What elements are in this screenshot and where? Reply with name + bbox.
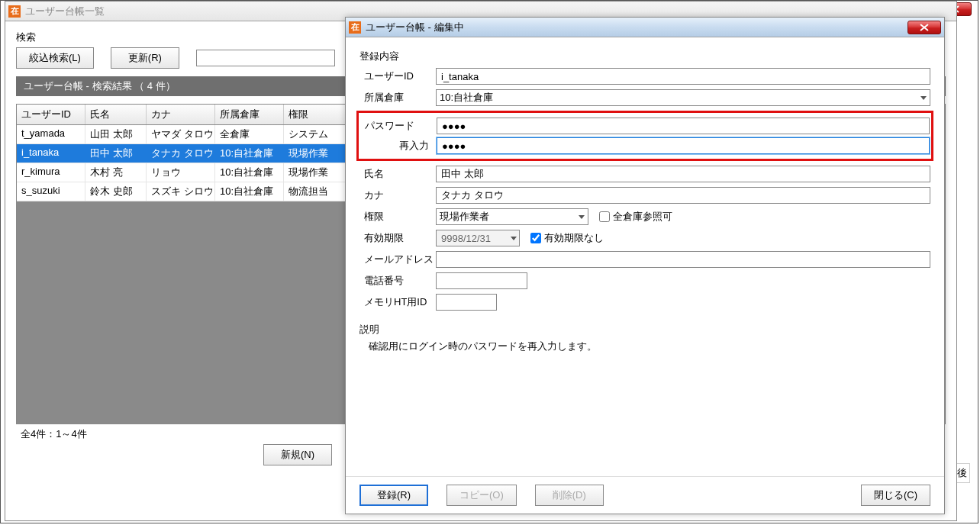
cell: 現場作業 [284, 144, 351, 163]
cell: タナカ タロウ [147, 144, 215, 163]
cell: i_tanaka [17, 144, 85, 163]
cell: 全倉庫 [215, 125, 284, 143]
all-warehouse-checkbox[interactable]: 全倉庫参照可 [599, 210, 672, 224]
all-warehouse-label: 全倉庫参照可 [613, 210, 672, 224]
col-role[interactable]: 権限 [284, 105, 351, 124]
register-button[interactable]: 登録(R) [359, 485, 428, 506]
no-limit-checkbox[interactable]: 有効期限なし [530, 231, 604, 245]
close-button[interactable]: 閉じる(C) [861, 485, 930, 506]
label-user-id: ユーザーID [359, 69, 436, 83]
cell: 木村 亮 [85, 163, 147, 182]
role-value: 現場作業者 [440, 210, 489, 224]
col-user-id[interactable]: ユーザーID [17, 105, 85, 124]
app-icon: 在 [349, 21, 361, 34]
cell: システム [284, 125, 351, 143]
cell: リョウ [147, 163, 215, 182]
email-field[interactable] [436, 251, 930, 268]
label-phone: 電話番号 [359, 274, 436, 288]
section-label: 登録内容 [359, 50, 930, 63]
name-field[interactable] [436, 166, 930, 182]
label-role: 権限 [359, 210, 436, 224]
label-desc: 説明 [359, 323, 930, 337]
warehouse-select[interactable]: 10:自社倉庫 [436, 89, 930, 106]
label-password: パスワード [360, 119, 437, 133]
no-limit-label: 有効期限なし [544, 231, 604, 245]
password-field[interactable] [437, 118, 930, 134]
dialog-title-bar: 在 ユーザー台帳 - 編集中 [346, 18, 944, 37]
kana-field[interactable] [436, 187, 930, 204]
chevron-down-icon[interactable] [511, 237, 517, 240]
dialog-title: ユーザー台帳 - 編集中 [366, 21, 907, 34]
col-kana[interactable]: カナ [147, 105, 215, 124]
desc-text: 確認用にログイン時のパスワードを再入力します。 [359, 337, 930, 353]
label-email: メールアドレス [359, 253, 436, 266]
label-valid: 有効期限 [359, 231, 436, 245]
filter-search-button[interactable]: 絞込検索(L) [16, 47, 94, 69]
ht-id-field[interactable] [436, 294, 497, 311]
chevron-down-icon [920, 96, 927, 100]
label-reenter: 再入力 [360, 139, 437, 153]
warehouse-value: 10:自社倉庫 [440, 91, 493, 105]
cell: 山田 太郎 [85, 125, 147, 143]
password-highlight-box: パスワード 再入力 [356, 111, 933, 161]
cell: 現場作業 [284, 163, 351, 182]
copy-button: コピー(O) [446, 485, 517, 506]
new-button[interactable]: 新規(N) [263, 444, 332, 465]
cell: 田中 太郎 [85, 144, 147, 163]
password-reenter-field[interactable] [437, 137, 930, 154]
chevron-down-icon [579, 215, 585, 219]
valid-date-field[interactable] [436, 230, 520, 246]
cell: ヤマダ タロウ [147, 125, 215, 143]
cell: 10:自社倉庫 [215, 144, 284, 163]
label-ht-id: メモリHT用ID [359, 295, 436, 309]
user-id-field[interactable] [436, 68, 930, 85]
col-warehouse[interactable]: 所属倉庫 [215, 105, 284, 124]
role-select[interactable]: 現場作業者 [436, 208, 588, 225]
cell: スズキ シロウ [147, 182, 215, 201]
label-name: 氏名 [359, 167, 436, 181]
label-warehouse: 所属倉庫 [359, 91, 436, 105]
cell: 鈴木 史郎 [85, 182, 147, 201]
col-name[interactable]: 氏名 [85, 105, 147, 124]
cell: r_kimura [17, 163, 85, 182]
search-input[interactable] [196, 50, 335, 66]
cell: t_yamada [17, 125, 85, 143]
cell: 10:自社倉庫 [215, 163, 284, 182]
cell: s_suzuki [17, 182, 85, 201]
phone-field[interactable] [436, 272, 527, 289]
dialog-close-button[interactable] [907, 21, 941, 34]
main-window-title: ユーザー台帳一覧 [25, 5, 953, 18]
refresh-button[interactable]: 更新(R) [111, 47, 179, 69]
delete-button: 削除(D) [535, 485, 604, 506]
cell: 10:自社倉庫 [215, 182, 284, 201]
cell: 物流担当 [284, 182, 351, 201]
label-kana: カナ [359, 188, 436, 202]
app-icon: 在 [8, 5, 21, 18]
